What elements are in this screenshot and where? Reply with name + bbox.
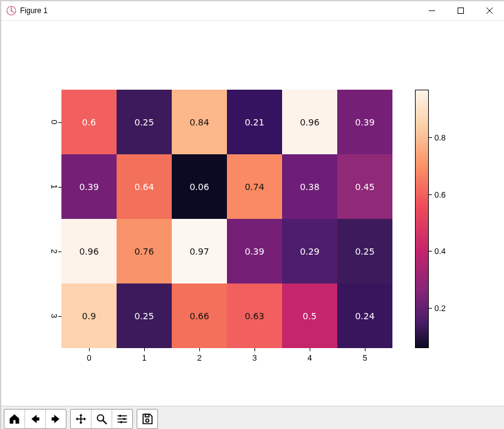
- y-tick-label: 2: [39, 219, 56, 283]
- colorbar-tick-label: 0.6: [429, 190, 446, 199]
- heatmap-cell: 0.66: [172, 283, 227, 348]
- y-tick-label: 1: [39, 154, 56, 219]
- window-maximize-button[interactable]: [446, 1, 475, 20]
- svg-rect-7: [145, 414, 149, 416]
- nav-group: [4, 409, 66, 429]
- colorbar-tick-label: 0.2: [429, 304, 446, 313]
- back-button[interactable]: [25, 410, 46, 428]
- window-titlebar: Figure 1: [1, 1, 504, 21]
- x-tick-label: 0: [61, 353, 117, 363]
- heatmap-cell: 0.39: [227, 219, 282, 283]
- heatmap-cell: 0.25: [117, 283, 172, 348]
- home-button[interactable]: [4, 410, 25, 428]
- x-tick-label: 2: [172, 353, 227, 363]
- heatmap-cell: 0.5: [282, 283, 337, 348]
- heatmap-cell: 0.6: [61, 90, 117, 154]
- matplotlib-toolbar: [1, 406, 504, 429]
- heatmap-cell: 0.96: [61, 219, 117, 283]
- colorbar-tick-label: 0.4: [429, 246, 446, 256]
- heatmap-cell: 0.25: [117, 90, 172, 154]
- heatmap-cell: 0.29: [282, 219, 337, 283]
- colorbar: 0.20.40.60.8: [415, 90, 460, 348]
- svg-rect-2: [458, 8, 464, 14]
- heatmap-grid: 0.60.250.840.210.960.390.390.640.060.740…: [61, 90, 392, 348]
- configure-subplots-button[interactable]: [112, 410, 132, 428]
- x-tick-label: 5: [337, 353, 392, 363]
- colorbar-ticks: 0.20.40.60.8: [429, 90, 460, 348]
- colorbar-tick-label: 0.8: [429, 133, 446, 142]
- heatmap-cell: 0.84: [172, 90, 227, 154]
- heatmap-cell: 0.45: [337, 154, 392, 219]
- heatmap-cell: 0.25: [337, 219, 392, 283]
- x-tick-label: 1: [117, 353, 172, 363]
- heatmap-cell: 0.97: [172, 219, 227, 283]
- x-axis-ticks: 012345: [61, 353, 392, 363]
- heatmap-plot: 0.60.250.840.210.960.390.390.640.060.740…: [61, 90, 392, 348]
- heatmap-cell: 0.24: [337, 283, 392, 348]
- app-icon: [6, 6, 16, 16]
- y-tick-label: 3: [39, 283, 56, 348]
- colorbar-gradient: [415, 90, 429, 348]
- save-button[interactable]: [137, 410, 157, 428]
- heatmap-cell: 0.64: [117, 154, 172, 219]
- heatmap-cell: 0.76: [117, 219, 172, 283]
- pan-button[interactable]: [71, 410, 92, 428]
- forward-button[interactable]: [46, 410, 66, 428]
- heatmap-cell: 0.06: [172, 154, 227, 219]
- window-close-button[interactable]: [475, 1, 504, 20]
- heatmap-cell: 0.21: [227, 90, 282, 154]
- svg-point-5: [123, 418, 125, 420]
- y-tick-label: 0: [39, 90, 56, 154]
- io-group: [137, 409, 158, 429]
- heatmap-cell: 0.39: [337, 90, 392, 154]
- x-tick-label: 4: [282, 353, 337, 363]
- svg-point-6: [120, 421, 122, 423]
- heatmap-cell: 0.74: [227, 154, 282, 219]
- svg-point-8: [146, 419, 149, 422]
- heatmap-cell: 0.96: [282, 90, 337, 154]
- x-tick-label: 3: [227, 353, 282, 363]
- heatmap-cell: 0.9: [61, 283, 117, 348]
- heatmap-cell: 0.39: [61, 154, 117, 219]
- zoom-button[interactable]: [92, 410, 112, 428]
- window-title: Figure 1: [20, 6, 48, 15]
- svg-point-4: [119, 415, 121, 416]
- view-group: [70, 409, 133, 429]
- heatmap-cell: 0.38: [282, 154, 337, 219]
- figure-canvas[interactable]: 0.60.250.840.210.960.390.390.640.060.740…: [1, 21, 504, 406]
- window-minimize-button[interactable]: [417, 1, 446, 20]
- y-axis-ticks: 0123: [39, 90, 56, 348]
- svg-point-1: [11, 10, 12, 11]
- heatmap-cell: 0.63: [227, 283, 282, 348]
